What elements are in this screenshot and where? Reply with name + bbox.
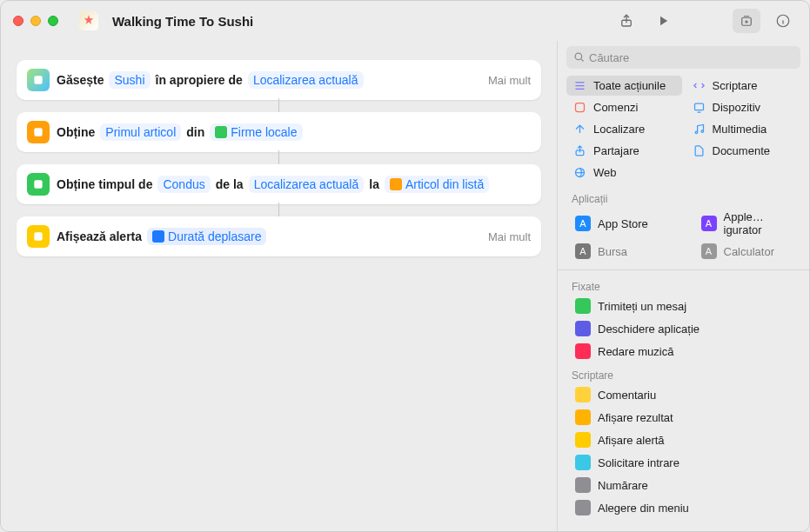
- list-item[interactable]: Alegere din meniu: [561, 496, 806, 519]
- scripting-list: ComentariuAfișare rezultatAfișare alertă…: [558, 383, 809, 519]
- token-chip-icon: [152, 230, 164, 243]
- list-item[interactable]: Trimiteți un mesaj: [561, 295, 806, 317]
- list-item-icon: [575, 321, 591, 336]
- action-card[interactable]: GăseșteSushiîn apropiere deLocalizarea a…: [17, 60, 541, 100]
- list-item-label: Numărare: [598, 479, 648, 492]
- action-label: Afișează alerta: [57, 229, 142, 243]
- action-card[interactable]: ObținePrimul articoldinFirme locale: [17, 112, 541, 152]
- shortcut-app-icon: [79, 11, 98, 30]
- list-item[interactable]: Solicitare intrare: [561, 451, 806, 474]
- list-item[interactable]: Afișare alertă: [561, 429, 806, 451]
- category-item[interactable]: Multimedia: [686, 119, 801, 139]
- category-item[interactable]: Dispozitiv: [686, 97, 801, 117]
- token-label: Localizarea actuală: [254, 177, 359, 191]
- info-button[interactable]: [769, 9, 797, 33]
- action-icon: [27, 173, 50, 196]
- token-label: Sushi: [114, 73, 144, 87]
- svg-rect-3: [34, 76, 42, 83]
- zoom-window-button[interactable]: [48, 16, 58, 26]
- svg-point-7: [575, 53, 582, 60]
- svg-rect-8: [576, 103, 585, 112]
- category-item[interactable]: Toate acțiunile: [566, 76, 682, 96]
- list-item-label: Deschidere aplicație: [598, 323, 700, 336]
- category-item[interactable]: Web: [566, 163, 682, 183]
- category-item[interactable]: Comenzi: [566, 97, 682, 117]
- token-pill[interactable]: Primul articol: [100, 123, 181, 141]
- token-pill[interactable]: Localizarea actuală: [249, 176, 365, 193]
- titlebar: Walking Time To Sushi: [1, 1, 809, 41]
- action-label: la: [369, 177, 379, 191]
- app-item[interactable]: AApp Store: [561, 207, 680, 240]
- share-button[interactable]: [613, 9, 640, 33]
- token-pill[interactable]: Articol din listă: [385, 176, 489, 193]
- app-label: App Store: [598, 217, 648, 230]
- search-container: [566, 46, 800, 69]
- list-item-label: Comentariu: [598, 389, 656, 402]
- library-toggle-button[interactable]: [733, 9, 760, 33]
- list-item-icon: [575, 343, 591, 359]
- list-item-icon: [575, 409, 591, 425]
- category-item[interactable]: Scriptare: [686, 76, 801, 96]
- list-item-label: Solicitare intrare: [598, 456, 679, 469]
- minimize-window-button[interactable]: [30, 16, 41, 26]
- token-pill[interactable]: Durată deplasare: [147, 228, 266, 245]
- list-item[interactable]: Numărare: [561, 474, 806, 496]
- category-grid: Toate acțiunileScriptareComenziDispoziti…: [558, 76, 809, 186]
- list-item[interactable]: Comentariu: [561, 383, 806, 406]
- window-controls: [13, 16, 58, 26]
- category-item[interactable]: Localizare: [566, 119, 682, 139]
- list-item-icon: [575, 500, 591, 515]
- app-icon: A: [701, 216, 717, 231]
- list-item[interactable]: Redare muzică: [561, 340, 806, 362]
- app-icon: A: [575, 243, 591, 259]
- more-button[interactable]: Mai mult: [488, 74, 531, 87]
- list-item[interactable]: Afișare rezultat: [561, 406, 806, 429]
- action-card[interactable]: Obține timpul deCondusde laLocalizarea a…: [17, 164, 541, 204]
- category-item[interactable]: Documente: [686, 141, 801, 161]
- category-label: Multimedia: [713, 123, 767, 136]
- list-item-icon: [575, 387, 591, 402]
- svg-point-10: [695, 131, 698, 134]
- action-icon: [27, 225, 50, 248]
- more-button[interactable]: Mai mult: [488, 230, 531, 243]
- sidebar-scroll[interactable]: Fixate Trimiteți un mesajDeschidere apli…: [558, 274, 809, 531]
- token-pill[interactable]: Firme locale: [210, 123, 302, 141]
- list-item-icon: [575, 298, 591, 314]
- app-item[interactable]: ABursa: [561, 240, 680, 263]
- token-label: Articol din listă: [405, 177, 484, 191]
- list-item[interactable]: Deschidere aplicație: [561, 317, 806, 340]
- list-item-label: Afișare alertă: [598, 434, 665, 447]
- svg-rect-9: [694, 103, 703, 110]
- action-icon: [27, 121, 50, 143]
- app-icon: A: [575, 216, 591, 231]
- pinned-list: Trimiteți un mesajDeschidere aplicațieRe…: [558, 295, 809, 362]
- close-window-button[interactable]: [13, 16, 23, 26]
- action-icon: [27, 69, 50, 91]
- action-text: Obține timpul deCondusde laLocalizarea a…: [57, 176, 489, 193]
- list-item-label: Trimiteți un mesaj: [598, 300, 686, 313]
- token-label: Primul articol: [105, 125, 176, 139]
- category-item[interactable]: Partajare: [566, 141, 682, 161]
- list-item-icon: [575, 477, 591, 493]
- app-item[interactable]: AApple…igurator: [687, 207, 807, 240]
- app-label: Bursa: [598, 245, 627, 258]
- token-pill[interactable]: Sushi: [109, 71, 150, 89]
- divider: [558, 269, 809, 270]
- list-item-label: Redare muzică: [598, 345, 673, 358]
- search-input[interactable]: [566, 46, 800, 69]
- workflow-canvas[interactable]: GăseșteSushiîn apropiere deLocalizarea a…: [1, 41, 557, 531]
- action-label: Găsește: [57, 73, 104, 87]
- category-label: Toate acțiunile: [593, 79, 666, 92]
- svg-point-11: [701, 130, 704, 133]
- action-card[interactable]: Afișează alertaDurată deplasareMai mult: [17, 216, 541, 256]
- pinned-section-label: Fixate: [558, 274, 809, 295]
- category-label: Dispozitiv: [713, 101, 761, 114]
- token-pill[interactable]: Condus: [157, 176, 210, 193]
- scripting-section-label: Scriptare: [558, 362, 809, 383]
- token-pill[interactable]: Localizarea actuală: [248, 71, 364, 89]
- action-text: ObținePrimul articoldinFirme locale: [57, 123, 303, 141]
- action-text: Afișează alertaDurată deplasare: [57, 228, 266, 245]
- run-button[interactable]: [649, 9, 677, 33]
- app-icon: A: [701, 243, 717, 259]
- app-item[interactable]: ACalculator: [687, 240, 807, 263]
